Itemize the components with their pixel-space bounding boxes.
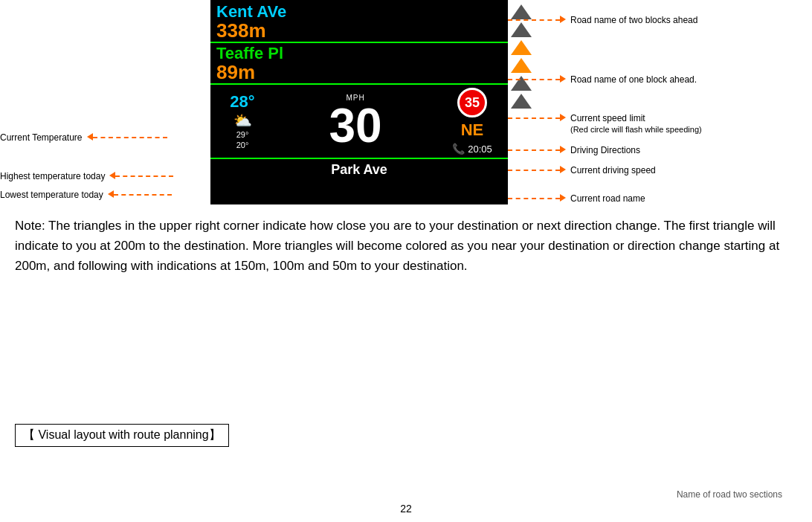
current-road-name: Park Ave — [216, 162, 502, 178]
temp-hilo-block: 29° 20° — [236, 129, 249, 151]
clock-value: 20:05 — [468, 144, 492, 155]
nav-display: Kent AVe 338m Teaffe Pl 89m 28° ⛅ 29° 20… — [210, 0, 508, 204]
annotation-highest-temp: Highest temperature today — [0, 171, 173, 181]
nav-row-bottom: Park Ave — [210, 159, 508, 181]
nav-row-mid: Teaffe Pl 89m — [210, 43, 508, 85]
speed-limit-circle: 35 — [457, 88, 487, 117]
main-body-text: Note: The triangles in the upper right c… — [15, 216, 803, 277]
time-display: 📞 20:05 — [452, 143, 492, 155]
triangle-3 — [511, 40, 532, 55]
nav-row-main: 28° ⛅ 29° 20° MPH 30 35 NE 📞 20:05 — [210, 85, 508, 159]
temperature-block: 28° ⛅ 29° 20° — [216, 92, 268, 151]
triangle-4 — [511, 58, 532, 73]
speed-block: MPH 30 — [273, 94, 438, 149]
road-sections-note: Name of road two sections — [677, 489, 782, 500]
note-paragraph: Note: The triangles in the upper right c… — [15, 216, 803, 277]
annotation-driving-speed: Current driving speed — [508, 165, 656, 175]
weather-icon: ⛅ — [233, 112, 252, 129]
proximity-triangles — [508, 0, 535, 113]
driving-direction-badge: NE — [461, 120, 484, 140]
temp-high: 29° — [236, 129, 249, 140]
triangle-1 — [511, 4, 532, 19]
triangle-2 — [511, 22, 532, 37]
right-info-block: 35 NE 📞 20:05 — [442, 88, 502, 155]
annotation-current-temp: Current Temperature — [0, 132, 167, 143]
annotation-road-two-blocks: Road name of two blocks ahead — [508, 15, 697, 25]
phone-icon: 📞 — [452, 143, 465, 155]
page-number: 22 — [400, 503, 412, 515]
triangle-6 — [511, 94, 532, 109]
annotation-lowest-temp: Lowest temperature today — [0, 190, 172, 200]
current-speed-value: 30 — [329, 102, 381, 149]
road-two-blocks-name: Kent AVe — [216, 3, 502, 21]
triangle-5 — [511, 76, 532, 91]
nav-row-top: Kent AVe 338m — [210, 0, 508, 43]
current-temp-value: 28° — [230, 92, 254, 112]
annotation-road-one-block: Road name of one block ahead. — [508, 74, 697, 85]
road-one-block-dist: 89m — [216, 62, 502, 82]
annotation-current-road: Current road name — [508, 193, 645, 204]
annotation-speed-limit: Current speed limit (Red circle will fla… — [508, 113, 702, 134]
temp-low: 20° — [236, 140, 249, 150]
road-one-block-name: Teaffe Pl — [216, 45, 502, 62]
annotation-driving-directions: Driving Directions — [508, 145, 640, 155]
section-label: 【 Visual layout with route planning】 — [15, 424, 229, 447]
road-two-blocks-dist: 338m — [216, 21, 502, 40]
